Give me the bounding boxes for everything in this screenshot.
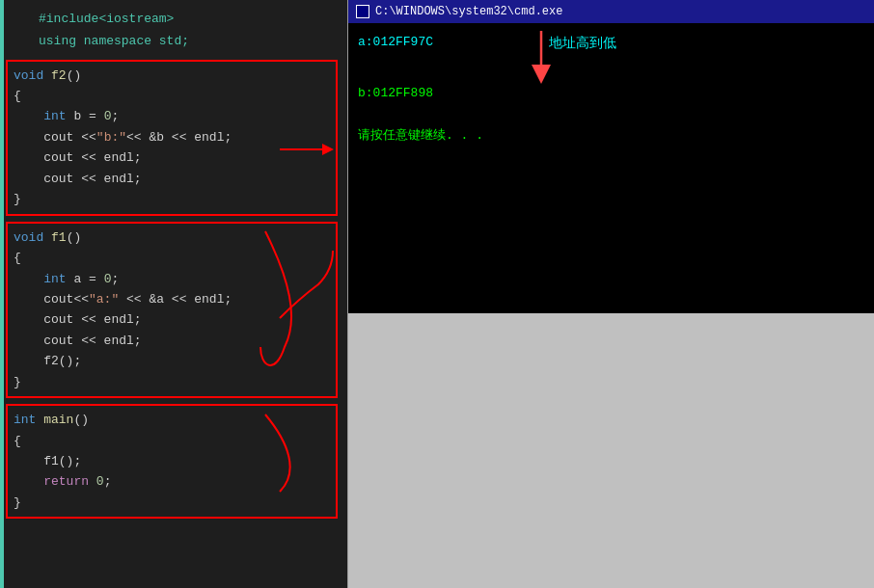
code-line: } <box>14 372 330 392</box>
code-line: void f2() <box>14 66 330 86</box>
cmd-prompt-text: 请按任意键继续. . . <box>358 128 483 143</box>
code-line: cout << endl; <box>14 309 330 330</box>
cmd-content: a:012FF97C 地址高到低 b:012FF898 请按任意键继续. . . <box>348 23 874 313</box>
code-line: cout <<"b:"<< &b << endl; <box>14 127 330 147</box>
cmd-bottom-area <box>348 313 874 588</box>
cmd-icon <box>356 5 369 18</box>
code-line: f1(); <box>14 451 330 471</box>
cmd-line-a-container: a:012FF97C 地址高到低 <box>358 31 864 53</box>
code-line: } <box>14 189 330 209</box>
cmd-titlebar: C:\WINDOWS\system32\cmd.exe <box>348 0 874 23</box>
cmd-address-a: a:012FF97C <box>358 31 433 53</box>
left-accent-bar <box>0 0 4 588</box>
cmd-address-b: b:012FF898 <box>358 86 433 100</box>
cmd-panel: C:\WINDOWS\system32\cmd.exe a:012FF97C 地… <box>347 0 874 588</box>
code-line: cout << endl; <box>14 169 330 189</box>
include-line: #include<iostream> <box>19 10 338 30</box>
code-line: int b = 0; <box>14 106 330 126</box>
code-line: cout<<"a:" << &a << endl; <box>14 289 330 309</box>
code-block-f2: void f2() { int b = 0; cout <<"b:"<< &b … <box>6 60 338 216</box>
cmd-prompt-container: 请按任意键继续. . . <box>358 124 864 147</box>
cmd-title: C:\WINDOWS\system32\cmd.exe <box>375 5 562 18</box>
cmd-line-b-container: b:012FF898 <box>358 82 864 104</box>
code-block-f1: void f1() { int a = 0; cout<<"a:" << &a … <box>6 222 338 399</box>
code-line: int a = 0; <box>14 269 330 289</box>
code-line: { <box>14 431 330 451</box>
cmd-arrow-down-svg <box>512 26 589 84</box>
code-line: void f1() <box>14 227 330 248</box>
code-line: { <box>14 86 330 106</box>
code-line: cout << endl; <box>14 147 330 168</box>
code-line: } <box>14 493 330 513</box>
code-line: return 0; <box>14 471 330 492</box>
code-line: { <box>14 248 330 268</box>
code-editor-panel: #include<iostream> using namespace std; … <box>0 0 347 588</box>
code-line: int main() <box>14 410 330 430</box>
code-line: f2(); <box>14 351 330 371</box>
code-line: cout << endl; <box>14 331 330 351</box>
using-line: using namespace std; <box>19 32 338 52</box>
code-block-main: int main() { f1(); return 0; } <box>6 404 338 519</box>
